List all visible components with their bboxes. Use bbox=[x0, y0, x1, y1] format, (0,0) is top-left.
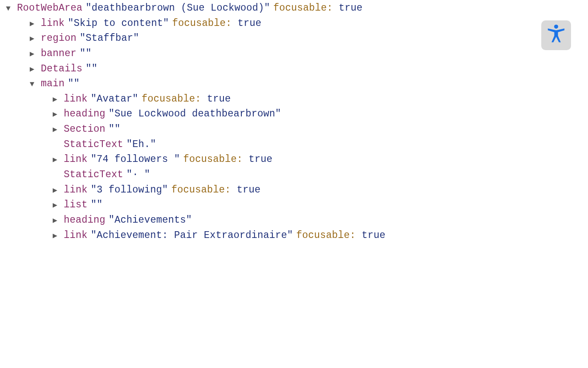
prop-focusable-value: true bbox=[237, 184, 260, 195]
node-name: "deathbearbrown (Sue Lockwood)" bbox=[86, 3, 270, 14]
disclosure-triangle-right-icon[interactable]: ▶ bbox=[30, 48, 41, 60]
node-name: "Avatar" bbox=[91, 93, 139, 105]
tree-row[interactable]: ▶ StaticText"Eh." bbox=[6, 137, 588, 153]
tree-row[interactable]: ▶ region"Staffbar" bbox=[6, 31, 588, 46]
prop-focusable-value: true bbox=[237, 18, 261, 29]
role-text: StaticText bbox=[64, 139, 123, 150]
tree-row[interactable]: ▶ Details"" bbox=[6, 62, 588, 77]
node-name: "" bbox=[91, 199, 103, 210]
disclosure-triangle-right-icon[interactable]: ▶ bbox=[30, 64, 41, 76]
disclosure-triangle-right-icon[interactable]: ▶ bbox=[30, 33, 41, 45]
tree-row-root[interactable]: ▼ RootWebArea"deathbearbrown (Sue Lockwo… bbox=[6, 1, 588, 16]
role-text: banner bbox=[41, 48, 76, 59]
tree-row[interactable]: ▶ link"74 followers "focusable: true bbox=[6, 152, 588, 167]
role-text: RootWebArea bbox=[17, 3, 82, 14]
node-name: "74 followers " bbox=[91, 154, 180, 165]
disclosure-triangle-right-icon[interactable]: ▶ bbox=[30, 18, 41, 30]
node-name: "Skip to content" bbox=[68, 18, 169, 29]
tree-row[interactable]: ▶ banner"" bbox=[6, 46, 588, 62]
node-name: "Eh." bbox=[127, 139, 156, 150]
tree-row[interactable]: ▶ link"Avatar"focusable: true bbox=[6, 92, 588, 107]
tree-row[interactable]: ▶ link"Achievement: Pair Extraordinaire"… bbox=[6, 228, 588, 243]
disclosure-triangle-right-icon[interactable]: ▶ bbox=[53, 109, 64, 121]
role-text: Section bbox=[64, 124, 105, 135]
role-text: StaticText bbox=[64, 169, 123, 180]
disclosure-triangle-right-icon[interactable]: ▶ bbox=[53, 154, 64, 166]
accessibility-tree: ▼ RootWebArea"deathbearbrown (Sue Lockwo… bbox=[0, 0, 588, 243]
tree-row[interactable]: ▶ Section"" bbox=[6, 122, 588, 137]
prop-focusable-label: focusable bbox=[183, 154, 237, 165]
prop-focusable-label: focusable bbox=[141, 93, 195, 105]
node-name: "" bbox=[109, 124, 121, 135]
disclosure-triangle-right-icon[interactable]: ▶ bbox=[53, 94, 64, 106]
prop-focusable-value: true bbox=[339, 3, 362, 14]
role-text: link bbox=[41, 18, 65, 29]
role-text: list bbox=[64, 199, 88, 210]
tree-row[interactable]: ▶ list"" bbox=[6, 198, 588, 213]
role-text: main bbox=[41, 78, 65, 89]
accessibility-badge[interactable] bbox=[541, 20, 571, 50]
prop-focusable-value: true bbox=[362, 230, 385, 241]
tree-row[interactable]: ▶ heading"Achievements" bbox=[6, 213, 588, 228]
role-text: link bbox=[64, 154, 88, 165]
node-name: "Sue Lockwood deathbearbrown" bbox=[109, 108, 281, 119]
accessibility-icon bbox=[545, 23, 567, 48]
prop-focusable-label: focusable bbox=[172, 18, 226, 29]
tree-row[interactable]: ▶ heading"Sue Lockwood deathbearbrown" bbox=[6, 107, 588, 122]
node-name: "" bbox=[86, 63, 98, 74]
role-text: Details bbox=[41, 63, 82, 74]
disclosure-triangle-right-icon[interactable]: ▶ bbox=[53, 185, 64, 197]
prop-focusable-label: focusable bbox=[296, 230, 350, 241]
node-name: "Achievements" bbox=[109, 215, 192, 226]
node-name: "" bbox=[68, 78, 80, 89]
prop-focusable-label: focusable bbox=[171, 184, 225, 195]
disclosure-triangle-down-icon[interactable]: ▼ bbox=[30, 79, 41, 91]
role-text: link bbox=[64, 230, 88, 241]
disclosure-triangle-right-icon[interactable]: ▶ bbox=[53, 230, 64, 242]
disclosure-triangle-down-icon[interactable]: ▼ bbox=[6, 3, 17, 15]
disclosure-triangle-right-icon[interactable]: ▶ bbox=[53, 200, 64, 212]
tree-row[interactable]: ▼ main"" bbox=[6, 76, 588, 92]
prop-focusable-value: true bbox=[249, 154, 272, 165]
disclosure-triangle-right-icon[interactable]: ▶ bbox=[53, 215, 64, 227]
role-text: region bbox=[41, 33, 76, 44]
prop-focusable-label: focusable bbox=[273, 3, 327, 14]
node-name: "" bbox=[80, 48, 92, 59]
role-text: heading bbox=[64, 215, 105, 226]
role-text: heading bbox=[64, 108, 105, 119]
role-text: link bbox=[64, 184, 88, 195]
node-name: "· " bbox=[127, 169, 150, 180]
tree-row[interactable]: ▶ link"Skip to content"focusable: true bbox=[6, 16, 588, 31]
prop-focusable-value: true bbox=[207, 93, 231, 105]
disclosure-triangle-right-icon[interactable]: ▶ bbox=[53, 124, 64, 136]
node-name: "3 following" bbox=[91, 184, 168, 195]
svg-point-0 bbox=[554, 24, 558, 28]
node-name: "Achievement: Pair Extraordinaire" bbox=[91, 230, 293, 241]
tree-row[interactable]: ▶ link"3 following"focusable: true bbox=[6, 183, 588, 198]
node-name: "Staffbar" bbox=[80, 33, 139, 44]
role-text: link bbox=[64, 93, 88, 105]
tree-row[interactable]: ▶ StaticText"· " bbox=[6, 167, 588, 183]
